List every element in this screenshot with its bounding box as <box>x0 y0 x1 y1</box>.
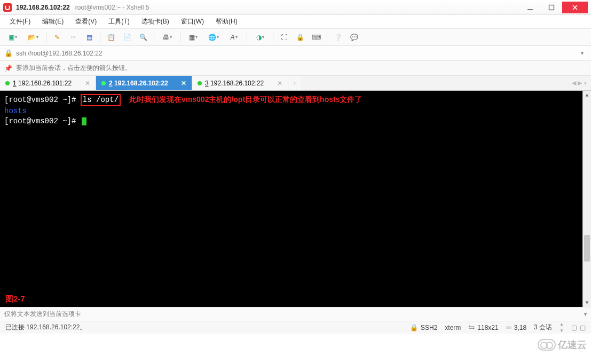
size-icon: ⮀ <box>468 324 475 331</box>
find-button[interactable]: 🔍 <box>136 30 151 44</box>
window-title-sub: root@vms002:~ - Xshell 5 <box>75 4 149 11</box>
menu-tools[interactable]: 工具(T) <box>104 16 133 27</box>
tab-close-icon[interactable]: ✕ <box>85 80 90 87</box>
status-dot-icon <box>198 81 202 85</box>
font-button[interactable]: A▾ <box>224 30 243 44</box>
feedback-icon[interactable]: 💬 <box>346 30 361 44</box>
status-bar: 已连接 192.168.26.102:22。 🔒SSH2 xterm ⮀118x… <box>0 321 591 334</box>
menu-window[interactable]: 窗口(W) <box>177 16 208 27</box>
command-highlight: ls /opt/ <box>81 94 121 106</box>
lock-status-icon: 🔒 <box>410 324 418 331</box>
status-protocol: SSH2 <box>421 324 437 331</box>
title-bar: 192.168.26.102:22 root@vms002:~ - Xshell… <box>0 0 591 15</box>
menu-bar: 文件(F) 编辑(E) 查看(V) 工具(T) 选项卡(B) 窗口(W) 帮助(… <box>0 15 591 29</box>
reconnect-button[interactable]: ✎ <box>50 30 65 44</box>
print-button[interactable]: 🖶▾ <box>157 30 177 44</box>
menu-help[interactable]: 帮助(H) <box>211 16 242 27</box>
address-bar: 🔒 ssh://root@192.168.26.102:22 ▾ <box>0 46 591 61</box>
pin-icon[interactable]: 📌 <box>4 65 12 72</box>
fullscreen-button[interactable]: ⛶ <box>277 30 291 44</box>
watermark-text: 亿速云 <box>558 338 587 351</box>
status-termtype: xterm <box>445 324 461 331</box>
maximize-button[interactable] <box>541 2 562 13</box>
keyboard-icon[interactable]: ⌨ <box>309 30 324 44</box>
properties-button[interactable]: ▤ <box>82 30 97 44</box>
hint-text: 要添加当前会话，点击左侧的箭头按钮。 <box>16 64 131 73</box>
color-scheme-button[interactable]: ◑▾ <box>250 30 270 44</box>
lock-small-icon: 🔒 <box>4 49 13 57</box>
copy-button[interactable]: 📋 <box>104 30 119 44</box>
new-session-button[interactable]: ▣▾ <box>3 30 22 44</box>
session-tab-3[interactable]: 3 192.168.26.102:22 ✕ <box>192 76 288 90</box>
menu-edit[interactable]: 编辑(E) <box>38 16 68 27</box>
app-icon <box>3 3 12 12</box>
status-position: 3,18 <box>514 324 526 331</box>
minimize-button[interactable] <box>519 2 541 13</box>
terminal[interactable]: [root@vms002 ~]# ls /opt/此时我们发现在vms002主机… <box>0 91 591 307</box>
status-connection: 已连接 192.168.26.102:22。 <box>5 323 86 332</box>
hint-bar: 📌 要添加当前会话，点击左侧的箭头按钮。 <box>0 61 591 76</box>
status-sessions: 3 会话 <box>534 323 552 332</box>
annotation-text: 此时我们发现在vms002主机的/opt目录可以正常的查看到hosts文件了 <box>129 95 362 104</box>
session-tab-1[interactable]: 1 192.168.26.101:22 ✕ <box>0 76 96 90</box>
status-dot-icon <box>5 81 10 85</box>
tab-close-icon[interactable]: ✕ <box>277 80 282 87</box>
scrollbar-thumb[interactable] <box>584 235 590 262</box>
menu-tabs[interactable]: 选项卡(B) <box>137 16 174 27</box>
shell-prompt: [root@vms002 ~]# <box>4 96 81 104</box>
tab-close-icon[interactable]: ✕ <box>181 80 186 87</box>
svg-rect-1 <box>549 5 554 10</box>
language-button[interactable]: 🌐▾ <box>204 30 223 44</box>
address-dropdown-icon[interactable]: ▾ <box>578 50 587 56</box>
status-dot-icon <box>101 81 106 85</box>
lock-icon[interactable]: 🔒 <box>293 30 308 44</box>
add-tab-button[interactable]: + <box>288 76 302 90</box>
watermark: 亿速云 <box>538 338 587 351</box>
terminal-output: hosts <box>4 106 587 116</box>
terminal-cursor <box>82 117 86 125</box>
open-session-button[interactable]: 📂▾ <box>23 30 43 44</box>
window-title-main: 192.168.26.102:22 <box>16 4 70 11</box>
caps-icon: ▢ <box>571 324 577 331</box>
scroll-up-icon[interactable]: ▲ <box>583 91 591 99</box>
menu-file[interactable]: 文件(F) <box>5 16 35 27</box>
terminal-scrollbar[interactable]: ▲ ▼ <box>582 91 591 307</box>
toolbar: ▣▾ 📂▾ ✎ ✂ ▤ 📋 📄 🔍 🖶▾ ▦▾ 🌐▾ A▾ ◑▾ ⛶ 🔒 ⌨ ❔… <box>0 29 591 46</box>
tab-bar: 1 192.168.26.101:22 ✕ 2 192.168.26.102:2… <box>0 76 591 91</box>
watermark-logo-icon <box>538 339 556 351</box>
status-size: 118x21 <box>477 324 498 331</box>
layout-button[interactable]: ▦▾ <box>184 30 203 44</box>
figure-label: 图2-7 <box>5 294 25 304</box>
num-icon: ▢ <box>580 324 586 331</box>
close-button[interactable] <box>562 2 588 13</box>
session-tab-2[interactable]: 2 192.168.26.102:22 ✕ <box>96 76 192 90</box>
position-icon: 𝄘 <box>506 324 511 331</box>
session-stepper[interactable]: ▲▼ <box>560 322 564 333</box>
send-target-dropdown[interactable]: 仅将文本发送到当前选项卡 ▾ <box>0 307 591 321</box>
tab-nav[interactable]: ◀ ▶ ▾ <box>568 76 591 90</box>
paste-button[interactable]: 📄 <box>120 30 135 44</box>
disconnect-button[interactable]: ✂ <box>66 30 81 44</box>
send-target-label: 仅将文本发送到当前选项卡 <box>4 310 81 319</box>
chevron-down-icon: ▾ <box>584 311 587 317</box>
help-icon[interactable]: ❔ <box>330 30 345 44</box>
scroll-down-icon[interactable]: ▼ <box>583 298 591 307</box>
menu-view[interactable]: 查看(V) <box>71 16 101 27</box>
shell-prompt: [root@vms002 ~]# <box>4 117 81 125</box>
address-url[interactable]: ssh://root@192.168.26.102:22 <box>16 50 578 57</box>
